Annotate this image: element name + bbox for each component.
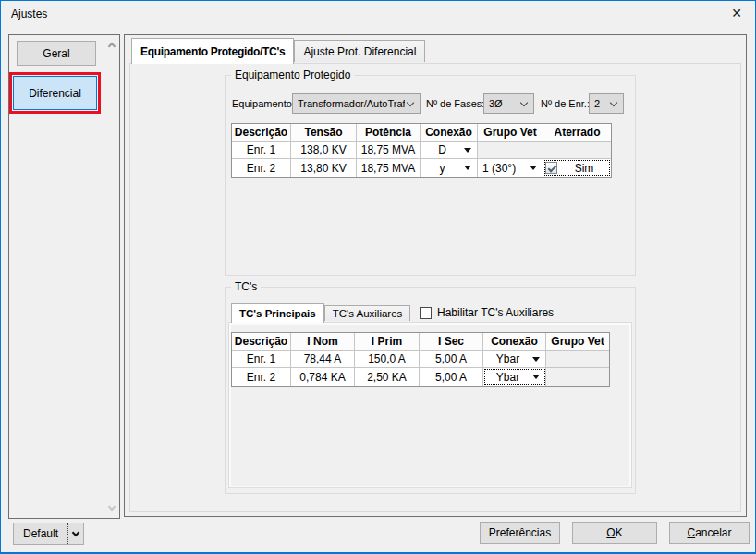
table-row: Enr. 2 0,784 KA 2,50 KA 5,00 A Ybar [232, 368, 609, 386]
combobox-value: 3Ø [484, 98, 518, 109]
dropdown-cell-conexao[interactable]: y [421, 159, 478, 177]
cell-grupo-vet [546, 368, 609, 386]
enr-combobox[interactable]: 2 [589, 93, 624, 114]
aterrado-checkbox-label: Sim [557, 162, 611, 175]
ok-button[interactable]: OK [572, 522, 657, 544]
cell-i-sec[interactable]: 5,00 A [420, 368, 483, 386]
sidebar-item-geral[interactable]: Geral [17, 41, 96, 66]
dropdown-value: 1 (30°) [478, 162, 530, 175]
cell-i-prim[interactable]: 150,0 A [355, 351, 420, 368]
close-icon: ✕ [731, 6, 742, 20]
column-header: Grupo Vet [478, 124, 543, 142]
tab-equipamento-protegido-tcs[interactable]: Equipamento Protegido/TC's [131, 38, 294, 64]
table-row: Enr. 2 13,80 KV 18,75 MVA y 1 (30°) [232, 159, 611, 177]
button-label: Preferências [489, 526, 551, 539]
main-tabstrip: Equipamento Protegido/TC's Ajuste Prot. … [131, 38, 425, 64]
sidebar-item-label: Geral [43, 47, 69, 60]
tab-tcs-principais[interactable]: TC's Principais [231, 303, 324, 323]
selection-highlight-ring: Diferencial [9, 72, 101, 114]
scroll-up-button[interactable] [104, 37, 119, 53]
combobox-value: Transformador/AutoTrafo [293, 98, 405, 109]
cell-descricao: Enr. 2 [232, 159, 291, 177]
cell-i-nom[interactable]: 78,44 A [291, 351, 355, 368]
title-bar: Ajustes ✕ [1, 1, 755, 27]
dropdown-arrow-icon [464, 166, 471, 170]
dropdown-cell-conexao[interactable]: D [421, 142, 478, 159]
fases-label: Nº de Fases: [426, 93, 484, 114]
button-label: Cancelar [687, 526, 731, 539]
cell-descricao: Enr. 1 [232, 142, 291, 159]
cell-potencia[interactable]: 18,75 MVA [357, 142, 421, 159]
fases-combobox[interactable]: 3Ø [483, 93, 534, 114]
close-button[interactable]: ✕ [722, 3, 751, 23]
cell-grupo-vet [546, 351, 609, 368]
dropdown-cell-conexao[interactable]: Ybar [483, 351, 546, 368]
habilitar-tcs-checkbox[interactable] [420, 307, 432, 319]
cell-i-sec[interactable]: 5,00 A [420, 351, 483, 368]
table-row: Enr. 1 78,44 A 150,0 A 5,00 A Ybar [232, 351, 609, 368]
button-label: OK [606, 526, 622, 539]
cell-i-prim[interactable]: 2,50 KA [355, 368, 420, 386]
dropdown-cell-conexao[interactable]: Ybar [483, 368, 546, 386]
default-split-button[interactable]: Default [13, 523, 84, 545]
equipamento-combobox[interactable]: Transformador/AutoTrafo [292, 93, 421, 114]
cell-i-nom[interactable]: 0,784 KA [291, 368, 355, 386]
dropdown-arrow-icon [532, 357, 540, 362]
column-header: Tensão [291, 124, 357, 142]
chevron-down-icon [520, 98, 528, 105]
cell-descricao: Enr. 1 [232, 351, 291, 368]
chevron-up-icon [107, 43, 115, 50]
enr-label: Nº de Enr.: [541, 93, 590, 114]
cell-descricao: Enr. 2 [232, 368, 291, 386]
dropdown-arrow-icon [532, 375, 540, 379]
default-dropdown-button[interactable] [67, 523, 83, 544]
cancelar-button[interactable]: Cancelar [669, 522, 750, 544]
column-header: Descrição [232, 333, 291, 351]
sidebar-item-label: Diferencial [29, 87, 81, 100]
sidebar-item-diferencial[interactable]: Diferencial [13, 76, 97, 110]
combobox-value: 2 [590, 98, 608, 109]
tab-label: Equipamento Protegido/TC's [140, 45, 285, 58]
tab-label: Ajuste Prot. Diferencial [303, 45, 416, 58]
equipamento-table: Descrição Tensão Potência Conexão Grupo … [231, 123, 612, 178]
cell-potencia[interactable]: 18,75 MVA [357, 159, 421, 177]
group-legend: TC's [231, 280, 261, 293]
equipamento-label: Equipamento: [232, 93, 295, 114]
aterrado-checkbox[interactable] [545, 162, 557, 174]
table-header-row: Descrição Tensão Potência Conexão Grupo … [232, 124, 611, 142]
preferencias-button[interactable]: Preferências [480, 522, 560, 544]
column-header: Conexão [483, 333, 546, 351]
ajustes-dialog: Ajustes ✕ Geral Diferencial Equipamento [0, 0, 756, 554]
tab-tcs-auxiliares[interactable]: TC's Auxiliares [324, 305, 411, 321]
cell-tensao[interactable]: 138,0 KV [291, 142, 357, 159]
tcs-table: Descrição I Nom I Prim I Sec Conexão Gru… [231, 332, 610, 387]
scroll-down-button[interactable] [104, 500, 119, 516]
column-header: Aterrado [543, 124, 611, 142]
window-title: Ajustes [11, 7, 47, 20]
table-row: Enr. 1 138,0 KV 18,75 MVA D [232, 142, 611, 159]
cell-aterrado [543, 142, 611, 159]
chevron-down-icon [610, 98, 617, 105]
cell-tensao[interactable]: 13,80 KV [291, 159, 357, 177]
checkbox-cell-aterrado[interactable]: Sim [543, 159, 611, 177]
dropdown-value: Ybar [483, 352, 532, 365]
tab-page-equipamento: Equipamento Protegido Equipamento: Trans… [129, 63, 741, 512]
habilitar-tcs-checkbox-row[interactable]: Habilitar TC's Auxiliares [420, 306, 554, 319]
sidebar-scrollbar[interactable] [104, 35, 119, 518]
dropdown-value: y [421, 162, 464, 175]
column-header: Potência [357, 124, 421, 142]
chevron-down-icon [407, 98, 414, 105]
group-legend: Equipamento Protegido [231, 68, 354, 81]
column-header: I Nom [291, 333, 355, 351]
dropdown-cell-grupo-vet[interactable]: 1 (30°) [478, 159, 543, 177]
dropdown-arrow-icon [464, 148, 471, 153]
column-header: I Sec [420, 333, 483, 351]
sidebar-panel: Geral Diferencial [8, 34, 120, 519]
tab-label: TC's Auxiliares [333, 308, 403, 319]
tab-ajuste-prot-diferencial[interactable]: Ajuste Prot. Diferencial [294, 40, 425, 62]
equipamento-protegido-group: Equipamento Protegido Equipamento: Trans… [225, 75, 636, 276]
main-panel: Equipamento Protegido/TC's Ajuste Prot. … [124, 34, 747, 517]
chevron-down-icon [107, 503, 115, 511]
cell-grupo-vet [478, 142, 543, 159]
column-header: I Prim [355, 333, 420, 351]
